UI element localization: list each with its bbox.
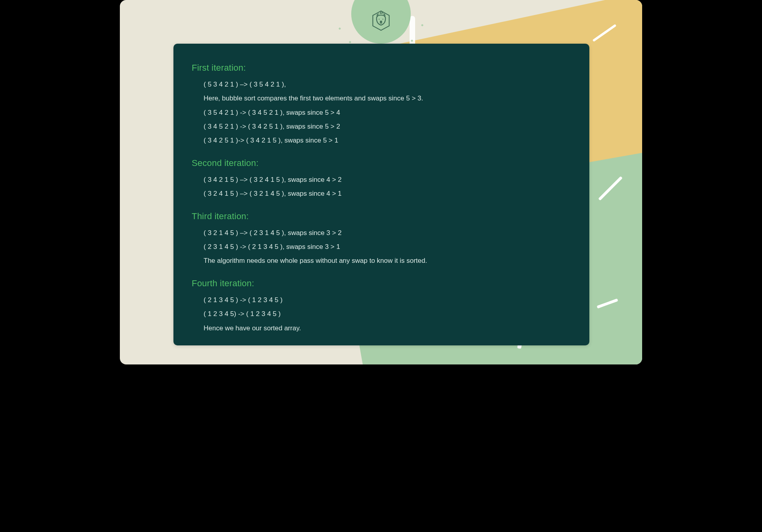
iteration-line: ( 5 3 4 2 1 ) –> ( 3 5 4 2 1 ),	[204, 79, 571, 90]
logo-wrap	[341, 0, 421, 44]
iteration-line: ( 2 1 3 4 5 ) -> ( 1 2 3 4 5 )	[204, 295, 571, 305]
iteration-lines: ( 3 2 1 4 5 ) –> ( 2 3 1 4 5 ), swaps si…	[192, 228, 571, 266]
iteration-line: Here, bubble sort compares the first two…	[204, 93, 571, 104]
iteration-line: The algorithm needs one whole pass witho…	[204, 256, 571, 266]
iteration-heading: Fourth iteration:	[192, 277, 571, 290]
iteration-heading: Second iteration:	[192, 156, 571, 170]
iteration-line: ( 3 4 2 1 5 ) –> ( 3 2 4 1 5 ), swaps si…	[204, 175, 571, 185]
iteration-line: Hence we have our sorted array.	[204, 323, 571, 333]
iteration-heading: Third iteration:	[192, 210, 571, 223]
iteration-section-1: First iteration: ( 5 3 4 2 1 ) –> ( 3 5 …	[192, 61, 571, 146]
page-canvas: First iteration: ( 5 3 4 2 1 ) –> ( 3 5 …	[120, 0, 642, 364]
iteration-lines: ( 3 4 2 1 5 ) –> ( 3 2 4 1 5 ), swaps si…	[192, 175, 571, 199]
iteration-line: ( 2 3 1 4 5 ) -> ( 2 1 3 4 5 ), swaps si…	[204, 242, 571, 252]
iteration-section-3: Third iteration: ( 3 2 1 4 5 ) –> ( 2 3 …	[192, 210, 571, 266]
iteration-line: ( 1 2 3 4 5) -> ( 1 2 3 4 5 )	[204, 309, 571, 319]
iteration-line: ( 3 2 4 1 5 ) –> ( 3 2 1 4 5 ), swaps si…	[204, 189, 571, 199]
svg-point-1	[379, 19, 379, 19]
iteration-section-4: Fourth iteration: ( 2 1 3 4 5 ) -> ( 1 2…	[192, 277, 571, 333]
svg-marker-0	[373, 11, 389, 31]
iteration-heading: First iteration:	[192, 61, 571, 75]
iteration-line: ( 3 4 5 2 1 ) -> ( 3 4 2 5 1 ), swaps si…	[204, 121, 571, 132]
iteration-section-2: Second iteration: ( 3 4 2 1 5 ) –> ( 3 2…	[192, 156, 571, 199]
iteration-lines: ( 5 3 4 2 1 ) –> ( 3 5 4 2 1 ), Here, bu…	[192, 79, 571, 146]
iteration-line: ( 3 4 2 5 1 )-> ( 3 4 2 1 5 ), swaps sin…	[204, 135, 571, 146]
svg-point-2	[383, 19, 383, 19]
iteration-line: ( 3 2 1 4 5 ) –> ( 2 3 1 4 5 ), swaps si…	[204, 228, 571, 238]
content-card: First iteration: ( 5 3 4 2 1 ) –> ( 3 5 …	[173, 44, 589, 345]
iteration-lines: ( 2 1 3 4 5 ) -> ( 1 2 3 4 5 ) ( 1 2 3 4…	[192, 295, 571, 333]
beaver-logo-icon	[369, 9, 393, 33]
iteration-line: ( 3 5 4 2 1 ) -> ( 3 4 5 2 1 ), swaps si…	[204, 108, 571, 118]
